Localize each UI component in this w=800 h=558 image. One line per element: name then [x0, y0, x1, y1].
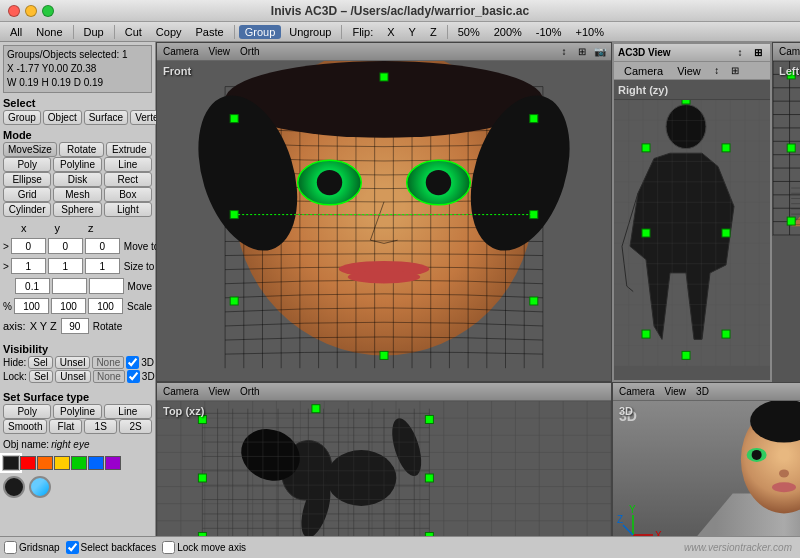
lock-sel-btn[interactable]: Sel — [29, 370, 53, 383]
coord-z3-input[interactable] — [89, 278, 124, 294]
menu-flip-z[interactable]: Z — [424, 25, 443, 39]
surf-line-btn[interactable]: Line — [104, 404, 152, 419]
surf-poly-btn[interactable]: Poly — [3, 404, 51, 419]
close-button[interactable] — [8, 5, 20, 17]
vp-3d-3d[interactable]: 3D — [693, 386, 712, 397]
menu-copy[interactable]: Copy — [150, 25, 188, 39]
vis-3d-checkbox2[interactable] — [127, 370, 140, 383]
3d-viewport-canvas[interactable] — [613, 401, 800, 555]
minimize-button[interactable] — [25, 5, 37, 17]
coord-y3-input[interactable] — [52, 278, 87, 294]
coord-x2-input[interactable] — [11, 258, 46, 274]
mode-line-btn[interactable]: Line — [104, 157, 152, 172]
lock-move-axis-input[interactable] — [162, 541, 175, 554]
gridsnap-checkbox[interactable]: Gridsnap — [4, 541, 60, 554]
vp-top-camera[interactable]: Camera — [160, 386, 202, 397]
ac3d-icon2[interactable]: ↕ — [709, 63, 725, 79]
menu-flip-y[interactable]: Y — [403, 25, 422, 39]
gridsnap-input[interactable] — [4, 541, 17, 554]
lock-unsel-btn[interactable]: Unsel — [55, 370, 91, 383]
select-backfaces-input[interactable] — [66, 541, 79, 554]
vp-top-view[interactable]: View — [206, 386, 234, 397]
surf-flat-btn[interactable]: Flat — [49, 419, 82, 434]
mode-ellipse-btn[interactable]: Ellipse — [3, 172, 51, 187]
vp-front-view[interactable]: View — [206, 46, 234, 57]
coord-y2-input[interactable] — [48, 258, 83, 274]
select-group-btn[interactable]: Group — [3, 110, 41, 125]
ac3d-expand[interactable]: ⊞ — [750, 45, 766, 61]
coord-x4-input[interactable] — [14, 298, 49, 314]
vp-front-icon2[interactable]: ⊞ — [574, 44, 590, 60]
menu-dup[interactable]: Dup — [78, 25, 110, 39]
maximize-button[interactable] — [42, 5, 54, 17]
secondary-color-circle[interactable] — [29, 476, 51, 498]
coord-x3-input[interactable] — [15, 278, 50, 294]
select-surface-btn[interactable]: Surface — [84, 110, 128, 125]
menu-200pct[interactable]: 200% — [488, 25, 528, 39]
menu-all[interactable]: All — [4, 25, 28, 39]
mode-polyline-btn[interactable]: Polyline — [53, 157, 101, 172]
coord-y4-input[interactable] — [51, 298, 86, 314]
mode-box-btn[interactable]: Box — [104, 187, 152, 202]
coord-y1-input[interactable] — [48, 238, 83, 254]
menu-ungroup[interactable]: Ungroup — [283, 25, 337, 39]
surf-1s-btn[interactable]: 1S — [84, 419, 117, 434]
mode-disk-btn[interactable]: Disk — [53, 172, 101, 187]
vp-front-icon1[interactable]: ↕ — [556, 44, 572, 60]
vp-top-orth[interactable]: Orth — [237, 386, 262, 397]
vis-3d-checkbox1[interactable] — [126, 356, 139, 369]
coord-x1-input[interactable] — [11, 238, 46, 254]
ac3d-viewport-canvas[interactable] — [614, 100, 772, 366]
vp-front-camera[interactable]: Camera — [160, 46, 202, 57]
mode-poly-btn[interactable]: Poly — [3, 157, 51, 172]
vp-front-orth[interactable]: Orth — [237, 46, 262, 57]
menu-none[interactable]: None — [30, 25, 68, 39]
vp-3d-camera[interactable]: Camera — [616, 386, 658, 397]
select-object-btn[interactable]: Object — [43, 110, 82, 125]
coord-z4-input[interactable] — [88, 298, 123, 314]
vp-3d-view[interactable]: View — [662, 386, 690, 397]
swatch-6[interactable] — [105, 456, 121, 470]
surf-polyline-btn[interactable]: Polyline — [53, 404, 101, 419]
menu-flip-x[interactable]: X — [381, 25, 400, 39]
swatch-1[interactable] — [20, 456, 36, 470]
mode-mesh-btn[interactable]: Mesh — [53, 187, 101, 202]
hide-unsel-btn[interactable]: Unsel — [55, 356, 91, 369]
menu-group[interactable]: Group — [239, 25, 282, 39]
ac3d-icon1[interactable]: ↕ — [732, 45, 748, 61]
mode-rotate-btn[interactable]: Rotate — [59, 142, 105, 157]
vp-right-camera[interactable]: Camera — [776, 46, 800, 57]
surf-smooth-btn[interactable]: Smooth — [3, 419, 47, 434]
axis-degrees-input[interactable] — [61, 318, 89, 334]
swatch-5[interactable] — [88, 456, 104, 470]
lock-none-btn[interactable]: None — [93, 370, 125, 383]
hide-sel-btn[interactable]: Sel — [28, 356, 52, 369]
vis-3d-check2[interactable]: 3D — [127, 370, 155, 383]
swatch-4[interactable] — [71, 456, 87, 470]
hide-none-btn[interactable]: None — [92, 356, 124, 369]
mode-extrude-btn[interactable]: Extrude — [106, 142, 152, 157]
active-color-circle[interactable] — [3, 476, 25, 498]
swatch-0[interactable] — [3, 456, 19, 470]
mode-sphere-btn[interactable]: Sphere — [53, 202, 101, 217]
ac3d-camera[interactable]: Camera — [618, 64, 669, 78]
select-backfaces-checkbox[interactable]: Select backfaces — [66, 541, 157, 554]
ac3d-icon3[interactable]: ⊞ — [727, 63, 743, 79]
surf-2s-btn[interactable]: 2S — [119, 419, 152, 434]
ac3d-view[interactable]: View — [671, 64, 707, 78]
mode-rect-btn[interactable]: Rect — [104, 172, 152, 187]
swatch-2[interactable] — [37, 456, 53, 470]
menu-cut[interactable]: Cut — [119, 25, 148, 39]
vp-front-icon3[interactable]: 📷 — [592, 44, 608, 60]
mode-grid-btn[interactable]: Grid — [3, 187, 51, 202]
top-viewport-canvas[interactable] — [157, 401, 611, 555]
mode-cylinder-btn[interactable]: Cylinder — [3, 202, 51, 217]
coord-z1-input[interactable] — [85, 238, 120, 254]
menu-50pct[interactable]: 50% — [452, 25, 486, 39]
swatch-3[interactable] — [54, 456, 70, 470]
right-viewport-canvas[interactable] — [773, 61, 800, 235]
menu-paste[interactable]: Paste — [190, 25, 230, 39]
mode-movesize-btn[interactable]: MoveSize — [3, 142, 57, 157]
front-viewport-canvas[interactable] — [157, 61, 611, 381]
menu-minus10[interactable]: -10% — [530, 25, 568, 39]
